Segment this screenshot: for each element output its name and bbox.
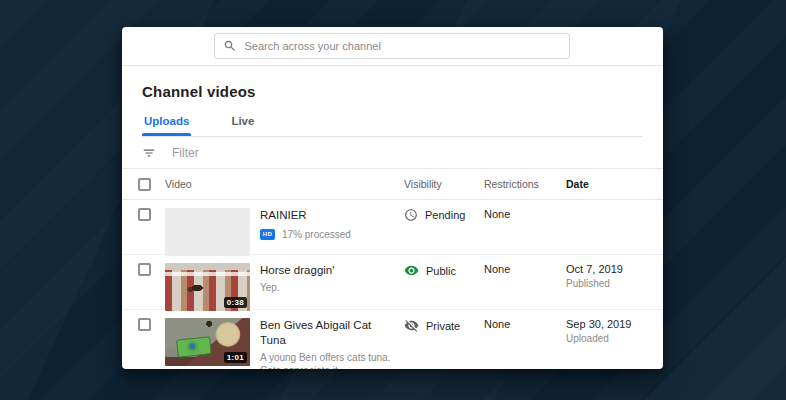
video-title[interactable]: RAINIER: [260, 208, 394, 223]
video-thumbnail-horse: 0:38: [165, 263, 250, 311]
date-sub: Published: [566, 278, 663, 289]
page-title: Channel videos: [142, 83, 643, 100]
tab-uploads[interactable]: Uploads: [142, 115, 191, 136]
tabs-bar: Uploads Live: [142, 115, 643, 137]
filter-input[interactable]: [172, 146, 472, 160]
restrictions-value: None: [484, 208, 566, 220]
date-value: Sep 30, 2019: [566, 318, 663, 330]
video-row-rainier[interactable]: RAINIER HD 17% processed Pending None: [122, 200, 663, 255]
eye-icon: [404, 263, 419, 278]
date-value: Oct 7, 2019: [566, 263, 663, 275]
search-row: [122, 27, 663, 66]
video-thumbnail-processing: [165, 208, 250, 256]
cat-food-can: [176, 336, 212, 358]
duration-badge: 0:38: [224, 297, 247, 308]
row-checkbox[interactable]: [138, 318, 151, 331]
hd-badge-icon: HD: [260, 229, 275, 240]
row-checkbox[interactable]: [138, 208, 151, 221]
video-row-cat-tuna[interactable]: 1:01 Ben Gives Abigail Cat Tuna A young …: [122, 310, 663, 365]
duration-badge: 1:01: [224, 352, 247, 363]
restrictions-value: None: [484, 318, 566, 330]
header-date[interactable]: Date: [566, 178, 663, 190]
visibility-label: Public: [426, 265, 456, 277]
video-row-horse-draggin[interactable]: 0:38 Horse draggin' Yep. Public None Oct…: [122, 255, 663, 310]
title-area: Channel videos Uploads Live: [122, 66, 663, 137]
search-icon: [223, 39, 237, 53]
video-title[interactable]: Horse draggin': [260, 263, 394, 278]
select-all-checkbox[interactable]: [138, 178, 151, 191]
header-video: Video: [165, 178, 192, 190]
visibility-label: Pending: [425, 209, 465, 221]
channel-search-box[interactable]: [214, 33, 570, 59]
video-thumbnail-cat-tuna: 1:01: [165, 318, 250, 366]
date-sub: Uploaded: [566, 333, 663, 344]
studio-channel-videos-card: Channel videos Uploads Live Video Visibi…: [122, 27, 663, 369]
video-title[interactable]: Ben Gives Abigail Cat Tuna: [260, 318, 394, 348]
visibility-label: Private: [426, 320, 460, 332]
header-visibility: Visibility: [404, 178, 442, 190]
clock-icon: [404, 208, 418, 222]
tab-live[interactable]: Live: [229, 115, 256, 136]
row-checkbox[interactable]: [138, 263, 151, 276]
table-header-row: Video Visibility Restrictions Date: [122, 169, 663, 200]
eye-off-icon: [404, 318, 419, 333]
search-input[interactable]: [245, 40, 561, 52]
filter-icon: [142, 146, 156, 160]
video-description: Yep.: [260, 281, 394, 295]
processing-status: 17% processed: [282, 229, 351, 240]
filter-row: [122, 137, 663, 169]
video-description: A young Ben offers cats tuna. Cats appre…: [260, 351, 394, 369]
restrictions-value: None: [484, 263, 566, 275]
header-restrictions: Restrictions: [484, 178, 566, 190]
